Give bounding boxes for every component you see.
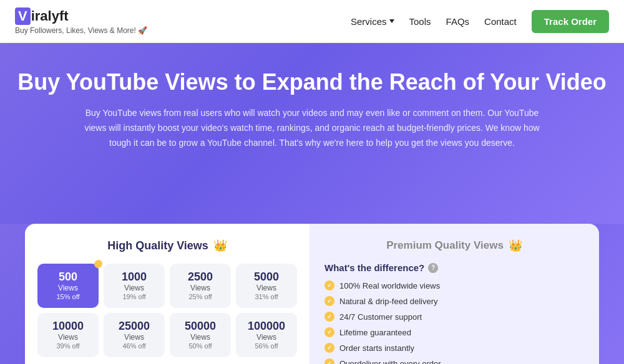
view-tile-2500[interactable]: 2500 Views 25% off — [170, 264, 231, 308]
feature-item: ✓24/7 Customer support — [324, 312, 584, 322]
views-grid: 500 Views 15% off 1000 Views 19% off 250… — [37, 264, 297, 357]
check-icon: ✓ — [324, 280, 334, 290]
nav-faqs[interactable]: FAQs — [446, 16, 470, 27]
cards-row: High Quality Views 👑 500 Views 15% off 1… — [25, 224, 599, 364]
feature-item: ✓Lifetime guaranteed — [324, 327, 584, 337]
logo: Viralyft — [15, 7, 147, 25]
high-quality-card: High Quality Views 👑 500 Views 15% off 1… — [25, 224, 310, 364]
logo-subtitle: Buy Followers, Likes, Views & More! 🚀 — [15, 26, 147, 35]
feature-item: ✓Overdeliver with every order — [324, 358, 584, 364]
premium-quality-title: Premium Quality Views 👑 — [324, 239, 584, 252]
chevron-down-icon — [389, 19, 394, 23]
check-icon: ✓ — [324, 358, 334, 364]
check-icon: ✓ — [324, 296, 334, 306]
check-icon: ✓ — [324, 312, 334, 322]
cards-section: High Quality Views 👑 500 Views 15% off 1… — [0, 224, 624, 364]
premium-quality-card: Premium Quality Views 👑 What's the diffe… — [310, 224, 599, 364]
hero-section: Buy YouTube Views to Expand the Reach of… — [0, 43, 624, 224]
check-icon: ✓ — [324, 343, 334, 353]
header: Viralyft Buy Followers, Likes, Views & M… — [0, 0, 624, 43]
question-icon: ? — [428, 263, 438, 273]
crown-icon: 👑 — [213, 239, 227, 252]
view-tile-25000[interactable]: 25000 Views 46% off — [104, 313, 165, 357]
check-icon: ✓ — [324, 327, 334, 337]
whats-diff-heading: What's the difference? ? — [324, 262, 584, 273]
nav-services[interactable]: Services — [351, 16, 394, 27]
hot-badge — [94, 261, 102, 268]
view-tile-100000[interactable]: 100000 Views 56% off — [236, 313, 297, 357]
hero-description: Buy YouTube views from real users who wi… — [75, 106, 549, 150]
nav-contact[interactable]: Contact — [484, 16, 517, 27]
track-order-button[interactable]: Track Order — [532, 10, 609, 33]
view-tile-5000[interactable]: 5000 Views 31% off — [236, 264, 297, 308]
view-tile-1000[interactable]: 1000 Views 19% off — [104, 264, 165, 308]
view-tile-500[interactable]: 500 Views 15% off — [37, 264, 99, 308]
premium-crown-icon: 👑 — [509, 239, 522, 252]
feature-item: ✓100% Real worldwide views — [324, 280, 584, 290]
feature-item: ✓Order starts instantly — [324, 343, 584, 353]
logo-area: Viralyft Buy Followers, Likes, Views & M… — [15, 7, 147, 35]
high-quality-title: High Quality Views 👑 — [37, 239, 297, 252]
nav-tools[interactable]: Tools — [409, 16, 431, 27]
hero-heading: Buy YouTube Views to Expand the Reach of… — [15, 68, 609, 96]
view-tile-50000[interactable]: 50000 Views 50% off — [170, 313, 231, 357]
logo-v: V — [15, 7, 31, 25]
feature-item: ✓Natural & drip-feed delivery — [324, 296, 584, 306]
navigation: Services Tools FAQs Contact Track Order — [351, 10, 609, 33]
view-tile-10000[interactable]: 10000 Views 39% off — [37, 313, 99, 357]
logo-brand: iralyft — [31, 8, 69, 24]
feature-list: ✓100% Real worldwide views✓Natural & dri… — [324, 280, 584, 364]
